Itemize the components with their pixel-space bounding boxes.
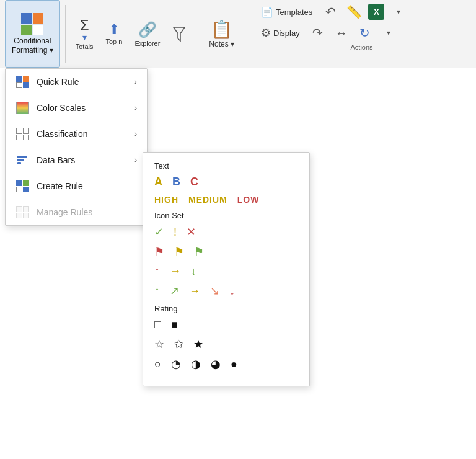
- arrow-diag-up-icon[interactable]: ↗: [170, 284, 179, 298]
- rating-row-squares: □ ■: [154, 318, 298, 331]
- explorer-button[interactable]: 🔗 Explorer: [130, 0, 165, 68]
- notes-icon: 📋: [211, 19, 232, 40]
- create-rule-label: Create Rule: [37, 181, 83, 191]
- topn-button[interactable]: ⬆ Top n: [100, 0, 127, 68]
- actions-top-row: 📄 Templates ↶ 📏 X ▾: [257, 2, 466, 21]
- star-full-icon[interactable]: ★: [193, 337, 203, 351]
- checkmark-icon[interactable]: ✓: [154, 225, 164, 239]
- excel-dropdown[interactable]: ▾: [389, 2, 408, 21]
- divider-3: [247, 5, 247, 63]
- classification-chevron: ›: [134, 130, 137, 138]
- exclamation-icon[interactable]: !: [174, 226, 177, 239]
- ribbon: Conditional Formatting ▾ Σ ▾ Totals ⬆ To…: [0, 0, 476, 68]
- redo-icon: ↷: [312, 25, 323, 40]
- totals-icon: Σ: [80, 18, 89, 33]
- text-item-b[interactable]: B: [172, 176, 180, 189]
- arrow-up2-icon[interactable]: ↑: [154, 285, 160, 298]
- quick-rule-chevron: ›: [134, 78, 137, 86]
- refresh-dropdown[interactable]: ▾: [379, 24, 398, 42]
- circle-half-icon[interactable]: ◑: [191, 357, 201, 371]
- label-medium[interactable]: MEDIUM: [188, 195, 227, 205]
- cf-label: Conditional Formatting ▾: [12, 37, 53, 55]
- display-icon: ⚙: [261, 26, 271, 40]
- filter-button[interactable]: [167, 0, 191, 68]
- label-low[interactable]: LOW: [237, 195, 260, 205]
- notes-button[interactable]: 📋 Notes ▾: [201, 0, 242, 68]
- manage-rules-icon: [15, 205, 29, 219]
- square-filled-icon[interactable]: ■: [171, 318, 178, 331]
- menu-item-classification[interactable]: Classification ›: [6, 121, 147, 147]
- topn-label: Top n: [105, 38, 122, 45]
- totals-label: Totals: [76, 43, 94, 50]
- manage-rules-label: Manage Rules: [37, 207, 92, 217]
- quick-rule-label: Quick Rule: [37, 77, 79, 87]
- text-section-title: Text: [154, 161, 298, 171]
- arrow-down-icon[interactable]: ↓: [191, 265, 196, 278]
- arrow-right-icon[interactable]: →: [170, 265, 181, 278]
- dropdown-menu: Quick Rule › Color Scales › Classificati…: [5, 68, 148, 226]
- icon-row-1: ✓ ! ✕: [154, 225, 298, 239]
- topn-icon: ⬆: [108, 23, 120, 37]
- create-rule-icon: [15, 179, 29, 193]
- resize-icon: ↔: [335, 26, 348, 40]
- star-half-icon[interactable]: ✩: [174, 337, 183, 351]
- arrow-right2-icon[interactable]: →: [189, 285, 200, 298]
- flag-yellow-icon[interactable]: ⚑: [174, 245, 184, 259]
- actions-label: Actions: [257, 43, 466, 51]
- flag-red-icon[interactable]: ⚑: [154, 245, 164, 259]
- ruler-button[interactable]: 📏: [345, 2, 363, 21]
- label-high[interactable]: HIGH: [154, 195, 178, 205]
- divider-1: [65, 5, 66, 63]
- color-scales-label: Color Scales: [37, 103, 86, 113]
- rating-row-circles: ○ ◔ ◑ ◕ ●: [154, 357, 298, 371]
- data-bars-icon: [15, 153, 29, 167]
- star-empty-icon[interactable]: ☆: [154, 337, 164, 351]
- display-label: Display: [273, 29, 300, 38]
- text-letters-row: A B C: [154, 176, 298, 189]
- templates-label: Templates: [276, 7, 312, 17]
- text-labels-row: HIGH MEDIUM LOW: [154, 195, 298, 205]
- refresh-button[interactable]: ↻: [356, 24, 374, 42]
- classification-icon: [15, 127, 29, 141]
- text-item-a[interactable]: A: [154, 176, 162, 189]
- submenu-panel: Text A B C HIGH MEDIUM LOW Icon Set ✓ ! …: [143, 152, 310, 386]
- cf-icon: [21, 13, 43, 35]
- circle-quarter-icon[interactable]: ◔: [171, 357, 181, 371]
- ruler-icon: 📏: [346, 4, 362, 19]
- conditional-formatting-button[interactable]: Conditional Formatting ▾: [5, 0, 60, 68]
- icon-set-title: Icon Set: [154, 211, 298, 220]
- explorer-icon: 🔗: [138, 21, 157, 38]
- text-item-c[interactable]: C: [190, 176, 198, 189]
- square-empty-icon[interactable]: □: [154, 318, 161, 331]
- templates-icon: 📄: [261, 6, 273, 18]
- color-scales-icon: [15, 101, 29, 115]
- menu-item-data-bars[interactable]: Data Bars ›: [6, 147, 147, 173]
- menu-item-quick-rule[interactable]: Quick Rule ›: [6, 69, 147, 95]
- totals-button[interactable]: Σ ▾ Totals: [71, 0, 99, 68]
- excel-icon: X: [368, 4, 384, 20]
- circle-full-icon[interactable]: ●: [231, 358, 237, 371]
- redo-button[interactable]: ↷: [309, 24, 327, 42]
- classification-label: Classification: [37, 129, 87, 139]
- resize-button[interactable]: ↔: [332, 24, 351, 42]
- undo-button[interactable]: ↶: [321, 2, 340, 21]
- arrow-down2-icon[interactable]: ↓: [229, 285, 235, 298]
- actions-group: 📄 Templates ↶ 📏 X ▾ ⚙ Display: [252, 0, 471, 68]
- menu-item-create-rule[interactable]: Create Rule: [6, 173, 147, 199]
- notes-label: Notes ▾: [209, 40, 234, 48]
- filter-icon: [172, 25, 186, 43]
- divider-2: [196, 5, 196, 63]
- menu-item-color-scales[interactable]: Color Scales ›: [6, 95, 147, 121]
- data-bars-chevron: ›: [134, 156, 137, 164]
- arrow-up-icon[interactable]: ↑: [154, 265, 160, 278]
- circle-3q-icon[interactable]: ◕: [211, 357, 221, 371]
- templates-button[interactable]: 📄 Templates: [257, 4, 316, 20]
- refresh-icon: ↻: [359, 25, 370, 40]
- menu-item-manage-rules: Manage Rules: [6, 199, 147, 225]
- flag-green-icon[interactable]: ⚑: [194, 245, 204, 259]
- x-icon[interactable]: ✕: [187, 225, 196, 239]
- arrow-diag-down-icon[interactable]: ↘: [210, 284, 219, 298]
- circle-empty-icon[interactable]: ○: [154, 358, 161, 371]
- display-button[interactable]: ⚙ Display: [257, 24, 304, 42]
- rating-title: Rating: [154, 304, 298, 313]
